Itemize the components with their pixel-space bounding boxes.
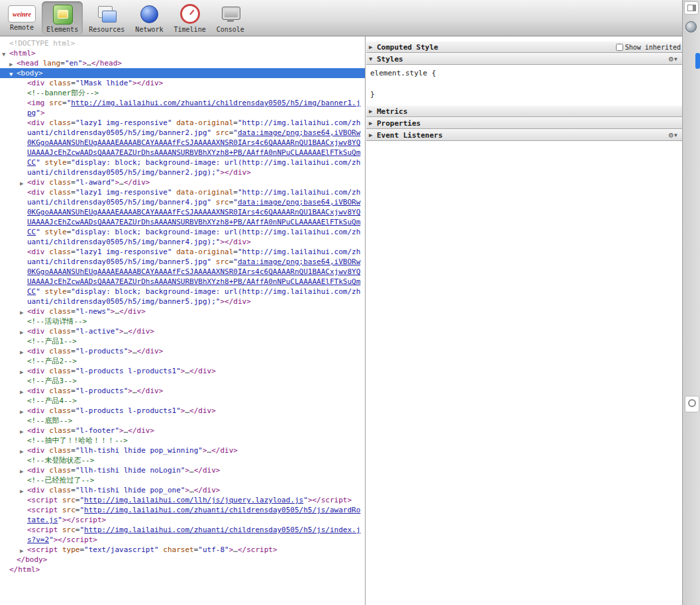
code-token-plain: = bbox=[71, 406, 75, 415]
scroll-indicator[interactable] bbox=[695, 53, 700, 69]
toolbar-item-remote[interactable]: weinreRemote bbox=[3, 1, 40, 32]
code-token-attr: class bbox=[49, 426, 71, 435]
code-token-val: " bbox=[233, 128, 238, 137]
toolbar: weinreRemoteElementsResourcesNetworkTime… bbox=[0, 0, 682, 36]
console-icon bbox=[220, 3, 241, 24]
section-header-event-listeners[interactable]: ▶Event Listeners⚙▾ bbox=[366, 129, 682, 141]
tree-line[interactable]: <!--产品3--> bbox=[0, 376, 365, 386]
code-token-val: "lazy1 img-responsive" bbox=[75, 188, 172, 197]
expand-arrow-icon: ▶ bbox=[369, 42, 372, 53]
code-token-val: "llh-tishi lhide pop_one" bbox=[75, 486, 185, 494]
code-token-val: " bbox=[303, 496, 308, 504]
code-token-plain: = bbox=[71, 387, 75, 395]
tree-line[interactable]: ▶<div class="llh-tishi lhide pop_winning… bbox=[0, 445, 365, 455]
code-token-tag: <script bbox=[27, 496, 58, 504]
tree-line[interactable]: <div class="lazy1 img-responsive" data-o… bbox=[0, 118, 365, 177]
extension-icon[interactable] bbox=[685, 21, 697, 32]
code-token-tag: <script bbox=[27, 506, 58, 514]
tree-line[interactable]: </body> bbox=[0, 555, 365, 565]
code-token-attr: src bbox=[216, 128, 229, 137]
section-header-computed-style[interactable]: ▶Computed StyleShow inherited bbox=[366, 41, 682, 53]
gear-icon[interactable]: ⚙▾ bbox=[669, 130, 678, 141]
code-token-tag: <div bbox=[27, 188, 45, 197]
code-token-comment: <!--底部--> bbox=[27, 416, 72, 425]
section-title: Styles bbox=[377, 55, 403, 64]
resource-link[interactable]: http://img.lailaihui.com/llh/js/jquery.l… bbox=[84, 496, 303, 504]
toolbar-item-console[interactable]: Console bbox=[212, 1, 249, 34]
tree-line[interactable]: ▼<html> bbox=[0, 48, 365, 58]
tree-line[interactable]: <!--活动详情--> bbox=[0, 316, 365, 326]
code-token-plain: … bbox=[233, 545, 238, 554]
tree-line[interactable]: <img src="http://img.lailaihui.com/zhuan… bbox=[0, 98, 365, 118]
code-token-tag: > bbox=[119, 327, 124, 336]
tree-line[interactable]: ▶<div class="l-products">…</div> bbox=[0, 346, 365, 356]
tree-line[interactable]: ▶<div class="l-footer">…</div> bbox=[0, 426, 365, 436]
tree-line[interactable]: <!--产品1--> bbox=[0, 336, 365, 346]
code-token-plain: = bbox=[71, 466, 75, 475]
tree-line[interactable]: ▶<script type="text/javascript" charset=… bbox=[0, 545, 365, 555]
tree-line-selected[interactable]: ▼<body> bbox=[0, 68, 365, 78]
tree-line[interactable]: <script src="http://img.lailaihui.com/zh… bbox=[0, 525, 365, 545]
tree-line[interactable]: <!--未登陆状态--> bbox=[0, 455, 365, 465]
section-header-styles[interactable]: ▼Styles⚙▾ bbox=[366, 53, 682, 65]
code-token-val: "l-footer" bbox=[75, 426, 119, 435]
code-token-tag: <script bbox=[27, 545, 58, 554]
code-token-tag: <div bbox=[27, 347, 45, 355]
code-token-attr: src bbox=[49, 99, 62, 107]
tree-line[interactable]: <!DOCTYPE html> bbox=[0, 38, 365, 48]
show-inherited-checkbox-input[interactable] bbox=[616, 44, 623, 51]
tree-line[interactable]: <!--已经抢过了--> bbox=[0, 475, 365, 485]
style-rule-line: element.style { bbox=[370, 68, 678, 79]
styles-pane-content[interactable]: element.style {} bbox=[366, 65, 682, 105]
resource-link[interactable]: http://img.lailaihui.com/zhuanti/childre… bbox=[27, 99, 360, 117]
toolbar-item-timeline[interactable]: Timeline bbox=[170, 1, 211, 34]
circle-button[interactable] bbox=[685, 396, 699, 412]
code-token-comment: <!--产品2--> bbox=[27, 357, 77, 365]
tree-line[interactable]: <div class="lazy1 img-responsive" data-o… bbox=[0, 187, 365, 247]
show-inherited-checkbox[interactable]: Show inherited bbox=[616, 42, 681, 53]
code-token-attr: charset bbox=[163, 545, 193, 554]
tree-line[interactable]: </html> bbox=[0, 565, 365, 575]
toolbar-item-network[interactable]: Network bbox=[130, 1, 168, 34]
section-header-metrics[interactable]: ▶Metrics bbox=[366, 105, 682, 117]
tree-line[interactable]: ▶<div class="l-news">…</div> bbox=[0, 306, 365, 316]
tree-line[interactable]: ▶<div class="l-products l-products1">…</… bbox=[0, 406, 365, 416]
tree-line[interactable]: <div class="lMask lhide"></div> bbox=[0, 78, 365, 88]
tree-line[interactable]: ▶<head lang="en">…</head> bbox=[0, 58, 365, 68]
code-token-tag: > bbox=[119, 426, 124, 435]
code-token-tag: <div bbox=[27, 367, 45, 375]
code-token-tag: <div bbox=[27, 446, 45, 455]
code-token-attr: type bbox=[62, 545, 80, 554]
panel-toggle-button[interactable] bbox=[684, 1, 699, 15]
tree-line[interactable]: <!--产品2--> bbox=[0, 356, 365, 366]
tree-line[interactable]: <script src="http://img.lailaihui.com/zh… bbox=[0, 505, 365, 525]
tree-line[interactable]: ▶<div class="l-award">…</div> bbox=[0, 177, 365, 187]
tree-line[interactable]: ▶<div class="l-active">…</div> bbox=[0, 326, 365, 336]
tree-line[interactable]: <!--底部--> bbox=[0, 416, 365, 426]
tree-line[interactable]: ▶<div class="llh-tishi lhide noLogin">…<… bbox=[0, 465, 365, 475]
toolbar-item-resources[interactable]: Resources bbox=[84, 1, 129, 34]
code-token-val: "llh-tishi lhide pop_winning" bbox=[75, 446, 203, 455]
code-token-plain: … bbox=[132, 387, 137, 395]
collapse-arrow-icon: ▼ bbox=[369, 54, 372, 65]
tree-line[interactable]: <!--产品4--> bbox=[0, 396, 365, 406]
tree-line[interactable]: <div class="lazy1 img-responsive" data-o… bbox=[0, 247, 365, 306]
styles-sidebar: ▶Computed StyleShow inherited▼Styles⚙▾el… bbox=[366, 36, 682, 605]
tree-line[interactable]: <!--抽中了！!哈哈！！！--> bbox=[0, 436, 365, 445]
elements-panel: <!DOCTYPE html>▼<html>▶<head lang="en">…… bbox=[0, 36, 366, 605]
tree-line[interactable]: ▶<div class="l-products l-products1">…</… bbox=[0, 366, 365, 376]
section-title: Metrics bbox=[377, 107, 407, 116]
code-token-attr: class bbox=[49, 367, 71, 375]
code-token-tag: </div> bbox=[137, 387, 164, 395]
weinre-inspector-window: weinreRemoteElementsResourcesNetworkTime… bbox=[0, 0, 700, 605]
toolbar-item-elements[interactable]: Elements bbox=[42, 1, 83, 34]
code-token-plain: = bbox=[71, 327, 75, 336]
tree-line[interactable]: <!--banner部分--> bbox=[0, 88, 365, 98]
code-token-plain: = bbox=[60, 59, 65, 68]
section-header-properties[interactable]: ▶Properties bbox=[366, 117, 682, 129]
code-token-val: "l-products" bbox=[75, 347, 128, 355]
gear-icon[interactable]: ⚙▾ bbox=[669, 54, 678, 65]
tree-line[interactable]: ▶<div class="l-products">…</div> bbox=[0, 386, 365, 396]
tree-line[interactable]: <script src="http://img.lailaihui.com/ll… bbox=[0, 495, 365, 505]
tree-line[interactable]: ▶<div class="llh-tishi lhide pop_one">…<… bbox=[0, 485, 365, 495]
